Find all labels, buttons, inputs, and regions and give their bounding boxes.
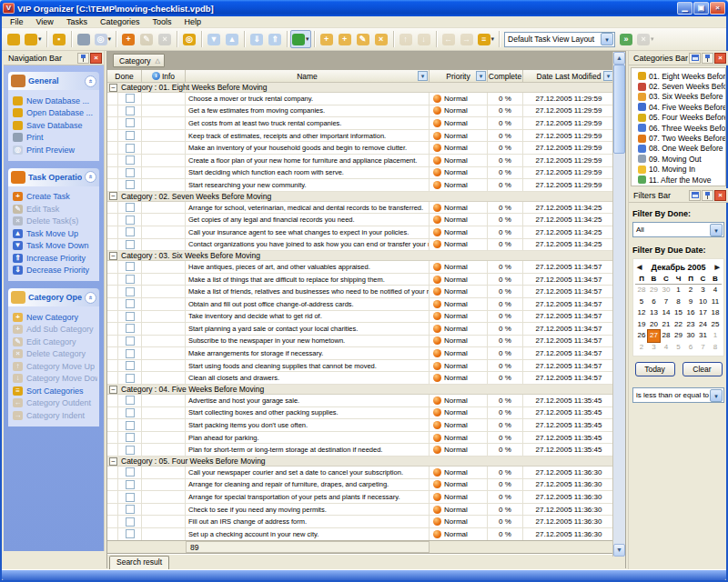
save-database-button[interactable]: ▪ [50,30,68,48]
menu-categories[interactable]: Categories [94,16,147,28]
increase-priority-button[interactable]: ⇑ [266,30,284,48]
column-header-complete[interactable]: Complete [488,70,523,82]
sort-categories-button[interactable]: ≡▾ [476,30,497,48]
calendar-day[interactable]: 4 [709,285,722,296]
task-row[interactable]: Make an inventory of your household good… [107,142,614,155]
float-panel-icon[interactable] [689,190,701,201]
float-panel-icon[interactable] [689,53,701,64]
calendar-day[interactable]: 31 [697,330,710,342]
nav-item-add-sub-category[interactable]: +Add Sub Category [13,324,97,336]
task-row[interactable]: Plan for short-term or long-term storage… [107,444,614,457]
done-checkbox[interactable] [126,118,135,127]
nav-item-task-move-down[interactable]: ▼Task Move Down [13,240,97,253]
task-row[interactable]: Get copies of any legal and financial re… [107,214,614,226]
nav-item-category-move-down[interactable]: ↓Category Move Down [13,373,97,386]
close-icon[interactable]: × [714,190,726,201]
calendar-day[interactable]: 1 [672,285,685,296]
delete-layout-button[interactable]: ×▾ [635,30,656,48]
edit-task-button[interactable]: ✎ [137,30,156,48]
calendar-day[interactable]: 14 [660,307,672,319]
open-database-button[interactable]: ▾ [23,30,44,48]
calendar-day[interactable]: 8 [672,296,685,308]
edit-category-button[interactable]: ✎ [354,30,372,48]
task-row[interactable]: Arrange for special transportation of yo… [107,491,614,504]
task-row[interactable]: Keep track of estimates, receipts and ot… [107,130,614,143]
scroll-down-icon[interactable]: ▼ [613,544,625,557]
column-header-done[interactable]: Done [107,70,142,82]
close-button[interactable]: × [710,2,725,15]
chevron-down-icon[interactable]: ▾ [38,35,42,43]
done-checkbox[interactable] [126,203,135,212]
calendar-day[interactable]: 28 [635,285,648,296]
done-checkbox[interactable] [126,480,135,489]
done-checkbox[interactable] [126,262,135,271]
task-row[interactable]: Create a floor plan of your new home for… [107,155,614,167]
done-checkbox[interactable] [126,156,135,165]
calendar-day[interactable]: 26 [635,330,648,342]
nav-item-task-move-up[interactable]: ▲Task Move Up [13,227,97,240]
done-checkbox[interactable] [126,467,135,477]
calendar-day[interactable]: 27 [648,330,661,342]
task-row[interactable]: Subscribe to the newspaper in your new h… [107,336,614,348]
chevron-down-icon[interactable]: ▾ [306,35,309,43]
done-checkbox[interactable] [126,180,135,189]
calendar-day[interactable]: 11 [709,296,722,308]
done-checkbox[interactable] [126,312,135,321]
done-checkbox[interactable] [126,94,135,103]
task-row[interactable]: Make a list of things that are difficult… [107,274,614,286]
nav-group-header[interactable]: Category Operations« [8,288,99,306]
chevron-up-icon[interactable]: « [85,171,96,183]
date-condition-select[interactable]: is less than or equal to ▾ [632,387,724,403]
filter-done-select[interactable]: All ▾ [632,222,724,237]
calendar-day[interactable]: 29 [672,330,685,342]
calendar-day[interactable]: 4 [660,342,672,354]
chevron-down-icon[interactable]: ▾ [710,389,723,402]
task-row[interactable]: Contact organizations you have joined to… [107,239,614,252]
filter-dropdown-icon[interactable]: ▾ [418,71,428,81]
task-move-up-button[interactable]: ▲ [223,30,241,48]
done-checkbox[interactable] [126,349,135,358]
minimize-button[interactable]: ▁ [677,2,693,15]
nav-item-open-database[interactable]: Open Database ... [13,107,97,120]
done-checkbox[interactable] [126,227,135,236]
group-by-category-button[interactable]: Category △ [113,54,165,67]
column-header-name[interactable]: Name▾ [186,70,430,82]
calendar-day[interactable]: 9 [684,296,697,308]
category-group-row[interactable]: −Category : 01. Eight Weeks Before Movin… [107,83,614,93]
calendar-day[interactable]: 6 [684,342,697,354]
category-item-10-moving-in[interactable]: 10. Moving In [638,165,725,175]
calendar-day[interactable]: 3 [648,342,661,354]
calendar-day[interactable]: 1 [709,330,722,342]
done-checkbox[interactable] [126,168,135,177]
column-header-date-last-modified[interactable]: Date Last Modified▾ [523,70,614,82]
category-item-11-after-the-move[interactable]: 11. After the Move [638,175,725,185]
task-row[interactable]: Take inventory and decide what to get ri… [107,311,614,324]
category-item-04-five-weeks-before-moving[interactable]: 04. Five Weeks Before Moving [638,102,725,112]
calendar-day[interactable]: 23 [684,319,697,331]
delete-task-button[interactable]: × [156,30,174,48]
close-icon[interactable]: × [714,53,726,64]
calendar-day[interactable]: 2 [684,285,697,296]
nav-item-new-database[interactable]: New Database ... [13,95,97,107]
done-checkbox[interactable] [126,493,135,502]
pin-icon[interactable] [702,190,713,201]
nav-item-create-task[interactable]: +Create Task [13,191,97,204]
decrease-priority-button[interactable]: ⇓ [248,30,266,48]
calendar-day[interactable]: 19 [635,319,648,331]
next-month-icon[interactable]: ▶ [715,264,720,271]
calendar-day[interactable]: 6 [648,296,661,308]
category-item-09-moving-out[interactable]: 09. Moving Out [638,154,725,164]
nav-group-header[interactable]: General« [8,72,99,90]
nav-item-sort-categories[interactable]: ≡Sort Categories [13,385,97,397]
calendar-day[interactable]: 30 [684,330,697,342]
chevron-down-icon[interactable]: ▾ [108,35,112,43]
category-item-03-six-weeks-before-moving[interactable]: 03. Six Weeks Before Moving [638,92,725,102]
calendar-day[interactable]: 28 [660,330,672,342]
apply-layout-button[interactable]: » [617,30,635,48]
scroll-up-icon[interactable]: ▲ [613,52,625,65]
clear-button[interactable]: Clear [682,362,723,376]
task-row[interactable]: Arrange for cleaning and repair of furni… [107,479,614,492]
calendar-day[interactable]: 5 [672,342,685,354]
scrollbar-thumb[interactable] [613,65,625,154]
collapse-icon[interactable]: − [109,192,117,200]
